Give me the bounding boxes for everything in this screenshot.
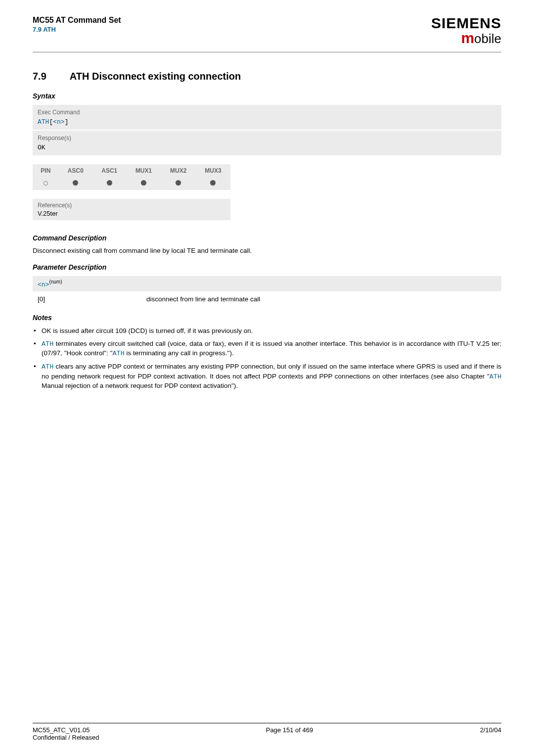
brand-siemens: SIEMENS [431, 16, 501, 31]
exec-command-block: Exec Command ATH[<n>] [33, 105, 501, 130]
compat-header: MUX2 [161, 164, 196, 177]
dot-filled-icon [176, 180, 181, 186]
parameter-row: [0]disconnect from line and terminate ca… [33, 292, 501, 306]
code-ref: ATH [490, 373, 501, 380]
compat-header: ASC1 [92, 164, 126, 177]
compat-header: PIN [33, 164, 59, 177]
exec-command-param: <n> [53, 118, 64, 126]
note-item: ATH terminates every circuit switched ca… [33, 339, 501, 358]
code-ref: ATH [42, 340, 53, 348]
header-left: MC55 AT Command Set 7.9 ATH [33, 16, 121, 33]
section-title: ATH Disconnect existing connection [70, 71, 241, 82]
doc-title: MC55 AT Command Set [33, 16, 121, 25]
syntax-heading: Syntax [33, 92, 501, 100]
compat-cell [59, 177, 92, 190]
notes-heading: Notes [33, 314, 501, 322]
compat-cell [92, 177, 126, 190]
dot-filled-icon [141, 180, 146, 186]
response-value: OK [38, 144, 45, 151]
dot-filled-icon [107, 180, 112, 186]
command-description-text: Disconnect existing call from command li… [33, 247, 501, 254]
compat-cell [33, 177, 59, 190]
reference-value: V.25ter [38, 210, 225, 217]
brand-logo: SIEMENS mobile [431, 16, 501, 46]
section-number: 7.9 [33, 71, 67, 82]
parameter-key: [0] [38, 295, 146, 303]
footer-right: 2/10/04 [480, 726, 501, 741]
dot-filled-icon [210, 180, 216, 186]
parameter-name: <n> [38, 281, 49, 288]
command-description-heading: Command Description [33, 234, 501, 242]
header-divider [33, 51, 501, 53]
dot-filled-icon [73, 180, 78, 186]
parameter-description-heading: Parameter Description [33, 263, 501, 271]
response-block: Response(s) OK [33, 131, 501, 155]
parameter-sup: (num) [49, 279, 62, 284]
section-heading: 7.9 ATH Disconnect existing connection [33, 71, 501, 82]
parameter-desc: disconnect from line and terminate call [146, 295, 260, 303]
footer-center: Page 151 of 469 [266, 726, 313, 741]
compatibility-table: PINASC0ASC1MUX1MUX2MUX3 [33, 164, 230, 190]
footer-left: MC55_ATC_V01.05 Confidential / Released [33, 726, 99, 741]
compat-header: ASC0 [59, 164, 92, 177]
exec-command-label: Exec Command [38, 109, 496, 116]
page-header: MC55 AT Command Set 7.9 ATH SIEMENS mobi… [33, 0, 501, 49]
compat-cell [126, 177, 161, 190]
reference-label: Reference(s) [38, 202, 225, 209]
code-ref: ATH [112, 350, 124, 357]
compat-cell [196, 177, 230, 190]
code-ref: ATH [42, 363, 53, 371]
compat-header: MUX3 [196, 164, 230, 177]
notes-list: OK is issued after circuit 109 (DCD) is … [33, 327, 501, 390]
brand-mobile: mobile [431, 31, 501, 46]
page-footer: MC55_ATC_V01.05 Confidential / Released … [33, 723, 501, 741]
note-item: ATH clears any active PDP context or ter… [33, 362, 501, 390]
dot-empty-icon [44, 181, 48, 186]
exec-command-prefix: ATH [38, 118, 49, 126]
response-label: Response(s) [38, 135, 496, 142]
reference-block: Reference(s) V.25ter [33, 199, 230, 220]
note-item: OK is issued after circuit 109 (DCD) is … [33, 327, 501, 335]
doc-subtitle: 7.9 ATH [33, 26, 121, 33]
compat-cell [161, 177, 196, 190]
compat-header: MUX1 [126, 164, 161, 177]
parameter-name-box: <n>(num) [33, 276, 501, 291]
